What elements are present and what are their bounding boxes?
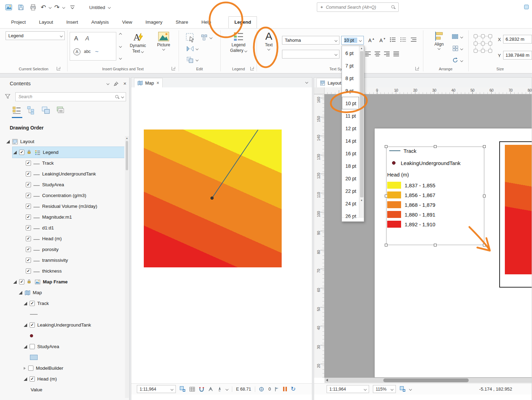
dialog-launcher-icon[interactable]: [172, 67, 175, 70]
scroll-up-icon[interactable]: ▲: [126, 136, 128, 140]
tree-item-map-frame[interactable]: ✓Map Frame: [0, 276, 124, 287]
callout-text-icon[interactable]: A: [85, 35, 89, 42]
tree-item-track[interactable]: ✓Track: [0, 298, 124, 309]
tree-item-head-m[interactable]: ✓Head (m): [0, 374, 124, 384]
redo-dropdown-icon[interactable]: [62, 6, 65, 9]
redo-button[interactable]: ↷: [54, 4, 60, 10]
tree-item-leakingundergroundtank[interactable]: ✓LeakingUndergroundTank: [0, 168, 124, 179]
symbol-swatch-dot[interactable]: [30, 334, 33, 337]
font-size-option-12-pt[interactable]: 12 pt: [342, 122, 359, 134]
edit-vertices-icon[interactable]: [201, 34, 208, 41]
layer-symbol-row[interactable]: [0, 309, 124, 320]
font-size-option-7-pt[interactable]: 7 pt: [342, 59, 359, 72]
undo-dropdown-icon[interactable]: [49, 6, 52, 9]
dropdown-scrollbar[interactable]: ▲ ▼: [359, 46, 364, 217]
ribbon-options-icon[interactable]: [522, 2, 531, 11]
tab-list-by-selection-icon[interactable]: [41, 105, 51, 115]
bullet-list-icon[interactable]: [390, 37, 396, 42]
tree-item-residual-volume-m3-day[interactable]: ✓Residual Volume (m3/day): [0, 201, 124, 212]
layer-patch-icon[interactable]: [33, 227, 40, 229]
scroll-down-icon[interactable]: ▼: [360, 198, 363, 203]
expander-open-icon[interactable]: [6, 140, 10, 143]
layer-patch-icon[interactable]: [33, 183, 40, 186]
tree-item-d1-d1[interactable]: ✓d1:d1: [0, 222, 124, 233]
ribbon-tab-legend[interactable]: Legend: [228, 16, 257, 28]
text-symbol-button[interactable]: A Text: [260, 29, 277, 50]
picture-button[interactable]: Picture: [153, 29, 174, 50]
visibility-checkbox[interactable]: [30, 344, 35, 349]
tree-item-studyarea[interactable]: ✓StudyArea: [0, 179, 124, 190]
ribbon-tab-layout[interactable]: Layout: [38, 16, 54, 28]
tab-list-icon[interactable]: [305, 81, 308, 84]
visibility-checkbox[interactable]: ✓: [26, 182, 31, 187]
expander-open-icon[interactable]: [24, 323, 27, 327]
layout-scale-combobox[interactable]: 1:11,964: [327, 385, 369, 393]
chevron-down-icon[interactable]: [460, 59, 463, 62]
scroll-up-icon[interactable]: ▲: [360, 46, 363, 50]
align-center-icon[interactable]: [374, 51, 381, 56]
increase-font-size-button[interactable]: A▲: [367, 36, 376, 45]
align-right-icon[interactable]: [384, 51, 390, 56]
horizontal-scrollbar[interactable]: [324, 378, 532, 383]
layer-patch-icon[interactable]: [33, 248, 40, 251]
legend-element[interactable]: Track LeakingUndergroundTank Head (m) 1,…: [386, 147, 484, 245]
chevron-down-icon[interactable]: [460, 36, 463, 38]
selection-handle[interactable]: [483, 145, 486, 148]
gallery-scroll-down-icon[interactable]: [119, 45, 122, 48]
font-size-option-9-pt[interactable]: 9 pt: [342, 84, 359, 97]
tree-item-legend[interactable]: ✓Legend: [13, 147, 124, 158]
pin-icon[interactable]: [114, 81, 118, 86]
visibility-checkbox[interactable]: ✓: [26, 171, 31, 177]
contents-search-input[interactable]: Search: [15, 92, 126, 101]
tree-item-layout[interactable]: Layout: [0, 136, 124, 147]
tab-list-by-editing-icon[interactable]: [56, 105, 65, 115]
layer-patch-icon[interactable]: [33, 205, 40, 207]
chevron-down-icon[interactable]: [460, 47, 463, 50]
flip-icon[interactable]: [186, 45, 194, 52]
layer-patch-icon[interactable]: [33, 162, 40, 164]
print-icon[interactable]: [29, 3, 38, 12]
dialog-launcher-icon[interactable]: [250, 67, 254, 70]
visibility-checkbox[interactable]: [28, 366, 33, 371]
chevron-down-icon[interactable]: [196, 58, 198, 61]
indent-list-icon[interactable]: [410, 37, 417, 42]
visibility-checkbox[interactable]: ✓: [26, 214, 31, 220]
x-field[interactable]: 6.2832 m: [503, 35, 532, 44]
ribbon-tab-imagery[interactable]: Imagery: [145, 16, 163, 28]
curved-text-icon[interactable]: abc: [84, 49, 91, 54]
tracking-icon[interactable]: [208, 387, 213, 392]
scroll-left-icon[interactable]: [326, 379, 328, 382]
expander-open-icon[interactable]: [19, 291, 22, 295]
attribute-table-icon[interactable]: [189, 387, 195, 392]
visibility-checkbox[interactable]: ✓: [26, 160, 31, 166]
select-tool-icon[interactable]: [186, 33, 195, 42]
distribute-icon[interactable]: [452, 33, 459, 40]
font-size-option-10-pt[interactable]: 10 pt: [342, 97, 359, 109]
tree-item-modelbuilder[interactable]: ModelBuilder: [0, 363, 124, 374]
document-title[interactable]: Untitled: [89, 5, 105, 10]
layer-symbol-row[interactable]: [0, 352, 124, 363]
visibility-checkbox[interactable]: ✓: [26, 225, 31, 230]
ribbon-tab-help[interactable]: Help: [201, 16, 212, 28]
dialog-launcher-icon[interactable]: [57, 67, 60, 70]
panel-menu-icon[interactable]: [107, 82, 109, 85]
dynamic-text-button[interactable]: A Dynamic Text: [125, 29, 150, 54]
font-size-option-20-pt[interactable]: 20 pt: [342, 172, 359, 185]
font-size-option-11-pt[interactable]: 11 pt: [342, 109, 359, 122]
expander-closed-icon[interactable]: [24, 367, 26, 370]
ribbon-tab-analysis[interactable]: Analysis: [91, 16, 109, 28]
ribbon-tab-share[interactable]: Share: [175, 16, 189, 28]
gallery-more-icon[interactable]: [119, 57, 122, 60]
close-tab-icon[interactable]: ×: [156, 81, 159, 85]
justify-icon[interactable]: [393, 51, 399, 56]
selection-handle[interactable]: [434, 145, 437, 148]
font-size-option-8-pt[interactable]: 8 pt: [342, 72, 359, 84]
group-graphics-icon[interactable]: [186, 56, 194, 63]
tree-item-value[interactable]: Value: [0, 384, 124, 395]
tree-item-magnitude-m1[interactable]: ✓Magnitude:m1: [0, 212, 124, 222]
font-style-combobox[interactable]: [282, 50, 339, 58]
font-size-option-14-pt[interactable]: 14 pt: [342, 134, 359, 147]
expander-open-icon[interactable]: [24, 345, 27, 348]
north-arrow-icon[interactable]: N: [217, 386, 222, 392]
decrease-font-size-button[interactable]: A▼: [378, 36, 388, 45]
